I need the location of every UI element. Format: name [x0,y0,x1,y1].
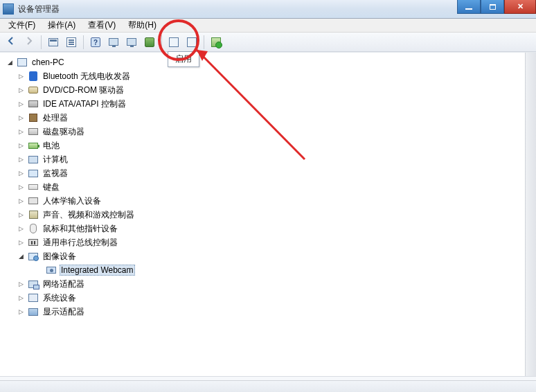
toolbar-properties-button[interactable] [63,34,80,51]
node-label: 处理器 [42,112,69,124]
toolbar-forward-button[interactable] [21,34,37,51]
mouse-icon [30,224,37,233]
expander-icon[interactable] [17,169,25,177]
cam-icon [46,267,56,274]
toolbar-show-hide-console-button[interactable] [45,34,62,51]
tree-category[interactable]: 计算机 [1,152,524,166]
scan-hardware-icon [145,37,154,47]
node-icon [28,140,39,151]
expander-icon[interactable] [17,100,25,108]
tree-category[interactable]: IDE ATA/ATAPI 控制器 [1,97,524,111]
tree-category[interactable]: 磁盘驱动器 [1,125,524,139]
tree-category[interactable]: 显示适配器 [1,305,524,319]
kb-icon [28,184,38,190]
expander-icon[interactable] [17,155,25,163]
expander-icon[interactable] [17,308,25,316]
expander-icon[interactable] [17,252,25,260]
node-icon [28,71,39,82]
expander-icon[interactable] [17,294,25,302]
tree-category[interactable]: 处理器 [1,111,524,125]
usb-icon [28,239,38,246]
hid-icon [28,197,38,204]
menu-view[interactable]: 查看(V) [82,19,121,32]
toolbar-scan-button[interactable] [141,34,158,51]
node-icon [28,195,39,206]
img-icon [28,253,38,260]
window-maximize-button[interactable] [481,0,504,14]
expander-icon[interactable] [17,197,25,205]
expander-icon[interactable] [6,58,14,66]
bat-icon [28,143,38,149]
toolbar: ? [0,33,536,52]
expander-icon[interactable] [17,183,25,191]
tree-category[interactable]: 鼠标和其他指针设备 [1,222,524,235]
tree-category[interactable]: 人体学输入设备 [1,194,524,208]
menu-action[interactable]: 操作(A) [42,19,81,32]
expander-icon[interactable] [17,211,25,219]
tree-category[interactable]: Bluetooth 无线电收发器 [1,69,524,83]
node-label: 计算机 [42,154,69,166]
expander-icon[interactable] [17,238,25,247]
tree-category[interactable]: 通用串行总线控制器 [1,235,524,249]
expander-icon[interactable] [17,86,25,94]
toolbar-separator [161,35,162,49]
toolbar-separator [41,35,42,49]
tree-category[interactable]: 声音、视频和游戏控制器 [1,208,524,222]
expander-icon[interactable] [17,280,25,288]
vertical-scrollbar[interactable] [525,53,536,376]
node-icon [28,181,39,193]
node-icon [28,237,39,248]
uninstall-icon [187,37,197,47]
tree-category[interactable]: 系统设备 [1,291,524,305]
properties-icon [66,37,76,47]
tree-category[interactable]: 图像设备 [1,249,524,263]
node-icon [28,154,39,165]
menu-help[interactable]: 帮助(H) [123,19,162,32]
disc-icon [28,87,38,93]
expander-icon[interactable] [17,224,25,233]
node-label: 鼠标和其他指针设备 [42,223,119,235]
tree-device[interactable]: Integrated Webcam [1,263,524,277]
toolbar-uninstall-button[interactable] [184,34,200,51]
toolbar-update-driver-button[interactable] [166,34,182,51]
tree-category[interactable]: 网络适配器 [1,277,524,291]
node-label: chen-PC [30,57,66,67]
node-label: 磁盘驱动器 [42,126,86,138]
menu-file[interactable]: 文件(F) [3,19,41,32]
node-icon [28,84,39,96]
expander-icon[interactable] [17,72,25,80]
arrow-right-icon [24,36,34,48]
pc-icon [17,58,27,66]
node-icon [28,98,39,109]
tree-root[interactable]: chen-PC [1,55,524,69]
window-minimize-button[interactable] [457,0,481,14]
node-label: 网络适配器 [42,278,86,290]
net-icon [28,280,38,288]
node-label: 键盘 [42,181,61,193]
node-label: 通用串行总线控制器 [42,237,119,249]
tree-category[interactable]: 键盘 [1,180,524,194]
node-icon [17,57,28,68]
toolbar-view2-button[interactable] [123,34,140,51]
expander-icon[interactable] [17,141,25,150]
device-tree[interactable]: chen-PCBluetooth 无线电收发器DVD/CD-ROM 驱动器IDE… [0,53,525,376]
update-driver-icon [169,37,179,47]
window-close-button[interactable]: ✕ [504,0,536,14]
expander-icon[interactable] [17,114,25,122]
toolbar-help-button[interactable]: ? [87,34,104,51]
node-icon [28,223,39,234]
node-label: 图像设备 [42,251,78,262]
expander-icon[interactable] [17,127,25,136]
disp-icon [28,308,38,316]
node-label: IDE ATA/ATAPI 控制器 [42,98,127,110]
tree-category[interactable]: DVD/CD-ROM 驱动器 [1,83,524,97]
ide-icon [28,100,38,107]
node-icon [28,126,39,137]
tree-category[interactable]: 监视器 [1,166,524,180]
toolbar-view1-button[interactable] [105,34,122,51]
tree-category[interactable]: 电池 [1,139,524,152]
node-label: 声音、视频和游戏控制器 [42,209,136,221]
toolbar-back-button[interactable] [3,34,19,51]
monitor-icon [127,38,136,46]
toolbar-enable-button[interactable] [208,34,224,51]
